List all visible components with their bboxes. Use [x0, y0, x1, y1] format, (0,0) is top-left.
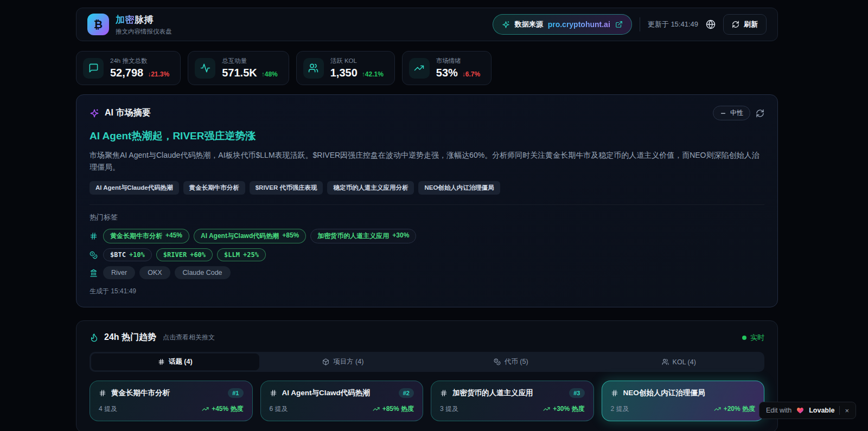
coin-pill[interactable]: $RIVER+60%	[156, 248, 213, 261]
topic-tag[interactable]: $RIVER 代币强庄表现	[250, 181, 323, 195]
coins-icon	[90, 251, 98, 259]
summary-refresh-button[interactable]	[756, 109, 764, 118]
header-actions: 数据来源 pro.cryptohunt.ai 更新于 15:41:49 刷新	[493, 14, 767, 35]
topic-tag[interactable]: AI Agent与Claude代码热潮	[90, 181, 179, 195]
header-divider	[640, 17, 640, 31]
trend-card-1[interactable]: 黄金长期牛市分析 #1 4 提及 +45% 热度	[90, 381, 253, 421]
tab-label: 话题 (4)	[169, 357, 193, 366]
tab-projects[interactable]: 项目方 (4)	[259, 353, 427, 370]
app-title-accent: 加密	[116, 15, 135, 25]
summary-topic-tags: AI Agent与Claude代码热潮 黄金长期牛市分析 $RIVER 代币强庄…	[90, 181, 764, 195]
stat-label: 24h 推文总数	[110, 57, 169, 65]
stat-label: 市场情绪	[436, 57, 480, 65]
app-title: 加密脉搏	[116, 14, 172, 26]
stat-card-sentiment: 市场情绪 53% ↓6.7%	[402, 51, 492, 85]
tab-label: KOL (4)	[673, 358, 696, 366]
sentiment-label: 中性	[730, 108, 743, 118]
app-header: ₿ 加密脉搏 推文内容情报仪表盘 数据来源 pro.cryptohunt.ai	[76, 8, 778, 41]
trend-title: AI Agent与Clawd代码热潮	[282, 388, 394, 398]
trending-up-icon	[373, 406, 380, 413]
org-pill[interactable]: OKX	[139, 266, 170, 279]
stat-change: ↑48%	[261, 70, 278, 78]
trend-card-2[interactable]: AI Agent与Clawd代码热潮 #2 6 提及 +85% 热度	[260, 381, 424, 421]
tab-topics[interactable]: 话题 (4)	[91, 353, 259, 370]
generated-timestamp: 生成于 15:41:49	[90, 287, 764, 296]
trends-title-row: 24h 热门趋势 点击查看相关推文	[90, 332, 215, 343]
rank-badge: #3	[569, 388, 584, 398]
trending-up-icon	[409, 58, 430, 79]
sparkles-icon	[90, 108, 99, 118]
hash-icon	[99, 389, 106, 397]
stat-change: ↑42.1%	[362, 70, 384, 78]
activity-icon	[195, 58, 215, 79]
ai-summary-title-row: AI 市场摘要	[90, 107, 150, 119]
hash-icon	[440, 389, 448, 397]
brand: ₿ 加密脉搏 推文内容情报仪表盘	[87, 14, 172, 36]
topic-tag[interactable]: 稳定币的人道主义应用分析	[327, 181, 414, 195]
trend-heat: +85% 热度	[373, 404, 414, 414]
app-title-rest: 脉搏	[135, 15, 154, 25]
heart-icon	[796, 407, 804, 414]
rank-badge: #1	[228, 388, 243, 398]
tab-label: 项目方 (4)	[333, 357, 363, 366]
package-icon	[322, 358, 329, 365]
lovable-divider	[839, 406, 840, 415]
hash-icon	[611, 389, 618, 397]
stat-value: 1,350	[330, 67, 358, 79]
refresh-label: 刷新	[744, 20, 758, 29]
summary-headline: AI Agent热潮起，RIVER强庄逆势涨	[90, 129, 764, 143]
minus-icon	[720, 110, 726, 117]
coin-pill[interactable]: $LLM+25%	[217, 248, 266, 261]
stat-body: 活跃 KOL 1,350 ↑42.1%	[330, 57, 384, 79]
trends-title: 24h 热门趋势	[104, 332, 156, 343]
tab-label: 代币 (5)	[505, 357, 528, 366]
stat-card-tweets: 24h 推文总数 52,798 ↓21.3%	[76, 51, 181, 85]
stat-card-engagement: 总互动量 571.5K ↑48%	[188, 51, 289, 85]
stat-label: 总互动量	[222, 57, 278, 65]
tab-kol[interactable]: KOL (4)	[595, 353, 763, 370]
refresh-button[interactable]: 刷新	[723, 14, 767, 35]
hash-icon	[270, 389, 277, 397]
hashtag-pill[interactable]: AI Agent与Clawd代码热潮+85%	[194, 229, 306, 243]
stat-value: 571.5K	[222, 67, 257, 79]
main-container: ₿ 加密脉搏 推文内容情报仪表盘 数据来源 pro.cryptohunt.ai	[76, 8, 778, 431]
message-square-icon	[83, 58, 104, 79]
trend-title: 黄金长期牛市分析	[111, 388, 223, 398]
trend-title: NEO创始人内讧治理僵局	[623, 388, 756, 398]
refresh-icon	[732, 21, 739, 28]
trend-mentions: 4 提及	[99, 404, 117, 414]
logo-glyph: ₿	[94, 18, 103, 31]
topic-tag[interactable]: NEO创始人内讧治理僵局	[418, 181, 500, 195]
trend-title: 加密货币的人道主义应用	[452, 388, 564, 398]
stat-body: 市场情绪 53% ↓6.7%	[436, 57, 480, 79]
ai-summary-card: AI 市场摘要 中性 AI Agent热潮起，RIVER强庄逆势涨 市场聚焦AI…	[76, 94, 778, 307]
coin-pill[interactable]: $BTC+10%	[103, 248, 152, 261]
org-pill[interactable]: River	[103, 266, 135, 279]
lovable-badge: Edit with Lovable ×	[759, 402, 856, 419]
topic-tag[interactable]: 黄金长期牛市分析	[183, 181, 245, 195]
language-globe-button[interactable]	[706, 20, 716, 29]
trends-hint: 点击查看相关推文	[163, 333, 215, 342]
trend-card-3[interactable]: 加密货币的人道主义应用 #3 3 提及 +30% 热度	[431, 381, 594, 421]
updated-timestamp: 更新于 15:41:49	[648, 20, 698, 29]
trending-up-icon	[714, 406, 721, 413]
stat-value: 52,798	[110, 67, 143, 79]
coins-icon	[494, 358, 501, 365]
hot-tags-block: 热门标签 黄金长期牛市分析+45% AI Agent与Clawd代码热潮+85%…	[90, 204, 764, 296]
trend-card-4[interactable]: NEO创始人内讧治理僵局 2 提及 +20% 热度	[602, 381, 765, 421]
external-link-icon	[615, 21, 623, 28]
lovable-brand: Lovable	[809, 407, 834, 414]
data-source-button[interactable]: 数据来源 pro.cryptohunt.ai	[493, 14, 632, 35]
hashtag-pill[interactable]: 加密货币的人道主义应用+30%	[310, 229, 416, 243]
trend-mentions: 6 提及	[270, 404, 288, 414]
trend-mentions: 2 提及	[611, 404, 629, 414]
org-pill[interactable]: Claude Code	[175, 266, 231, 279]
hashtag-pill[interactable]: 黄金长期牛市分析+45%	[103, 229, 189, 243]
lovable-prefix: Edit with	[766, 407, 792, 414]
rank-badge: #2	[399, 388, 414, 398]
tab-tokens[interactable]: 代币 (5)	[427, 353, 595, 370]
users-icon	[303, 58, 324, 79]
hash-icon	[158, 358, 165, 365]
trending-up-icon	[543, 406, 550, 413]
close-icon[interactable]: ×	[845, 407, 849, 415]
